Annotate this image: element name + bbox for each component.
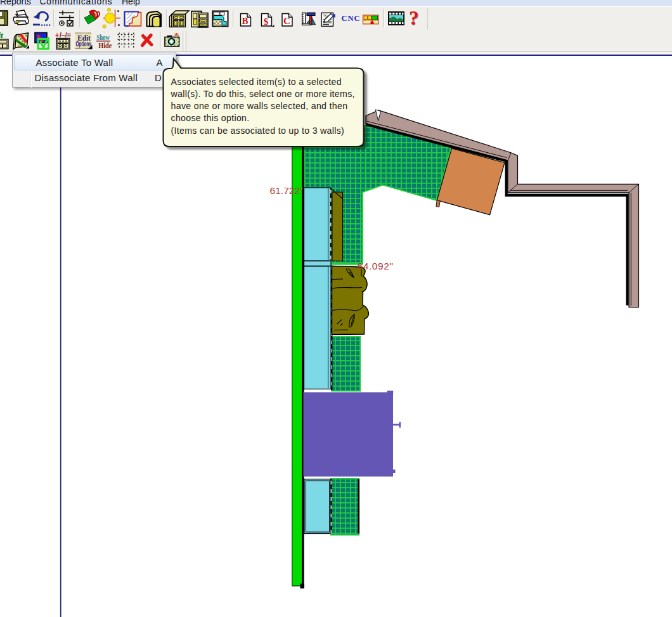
svg-text:64.092": 64.092" — [358, 261, 394, 271]
svg-text:61.722": 61.722" — [270, 185, 304, 196]
